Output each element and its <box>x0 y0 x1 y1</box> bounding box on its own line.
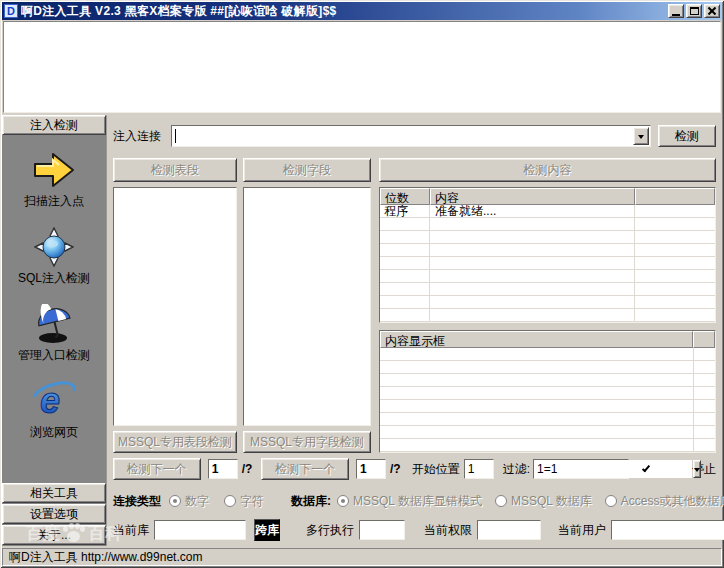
column-header-digits[interactable]: 位数 <box>380 188 430 205</box>
filter-input[interactable] <box>534 460 692 478</box>
empty-row <box>380 270 715 283</box>
empty-row <box>380 374 715 387</box>
radio-icon <box>169 495 181 507</box>
radio-icon <box>495 495 507 507</box>
radio-icon <box>224 495 236 507</box>
statusbar-text: 啊D注入工具 http://www.d99net.com <box>9 549 202 566</box>
scan-output-panel[interactable] <box>3 21 721 113</box>
empty-row <box>380 426 715 439</box>
close-button[interactable] <box>704 4 720 18</box>
field-index-input[interactable] <box>356 459 386 479</box>
empty-row <box>380 244 715 257</box>
start-position-label: 开始位置 <box>412 461 460 478</box>
empty-row <box>380 361 715 374</box>
current-permission-input[interactable] <box>477 520 541 540</box>
detect-content-button[interactable]: 检测内容 <box>379 158 716 182</box>
empty-row <box>380 348 715 361</box>
minimize-button[interactable] <box>668 4 684 18</box>
cross-db-button[interactable]: 跨库 <box>254 519 280 541</box>
list-header: 位数 内容 <box>380 188 715 205</box>
tab-related-tools[interactable]: 相关工具 <box>2 483 106 503</box>
combo-dropdown-button[interactable] <box>633 127 649 145</box>
detect-button[interactable]: 检测 <box>658 125 716 147</box>
injection-url-input[interactable] <box>172 127 632 145</box>
injection-url-combo <box>171 125 651 147</box>
app-icon: D <box>4 4 18 18</box>
empty-row <box>380 231 715 244</box>
empty-row <box>380 257 715 270</box>
detect-next-field-button[interactable]: 检测下一个 <box>261 458 349 480</box>
tables-listbox[interactable] <box>113 187 237 426</box>
sidebar-item-admin-entrance[interactable]: 管理入口检测 <box>18 304 90 364</box>
radio-icon <box>337 495 349 507</box>
mssql-fields-button[interactable]: MSSQL专用字段检测 <box>243 431 371 453</box>
radio-char[interactable]: 字符 <box>224 493 264 510</box>
current-user-label: 当前用户 <box>558 522 606 539</box>
detect-fields-button[interactable]: 检测字段 <box>243 158 371 182</box>
chevron-down-icon <box>638 135 644 142</box>
empty-row <box>380 218 715 231</box>
maximize-button[interactable] <box>686 4 702 18</box>
current-db-input[interactable] <box>154 520 246 540</box>
current-permission-label: 当前权限 <box>424 522 472 539</box>
mssql-tables-button[interactable]: MSSQL专用表段检测 <box>113 431 237 453</box>
radio-mssql-error-mode[interactable]: MSSQL 数据库显错模式 <box>337 493 482 510</box>
row-cell-digits: 程序 <box>380 205 430 217</box>
minimize-icon <box>672 14 680 16</box>
empty-row <box>380 296 715 309</box>
column-header-blank[interactable] <box>635 188 715 205</box>
filter-dropdown-button[interactable] <box>693 460 701 478</box>
column-header-blank[interactable] <box>693 331 715 348</box>
empty-row <box>380 283 715 296</box>
tab-about[interactable]: 关于... <box>2 525 106 545</box>
close-icon <box>707 6 717 16</box>
tab-settings[interactable]: 设置选项 <box>2 504 106 524</box>
sidebar-item-sql-injection[interactable]: SQL注入检测 <box>18 227 90 287</box>
database-label: 数据库: <box>291 493 331 510</box>
tab-injection-detect[interactable]: 注入检测 <box>2 115 106 135</box>
empty-row <box>380 439 715 452</box>
umbrella-icon <box>31 304 77 344</box>
column-header-display-box[interactable]: 内容显示框 <box>380 331 693 348</box>
window-title: 啊D注入工具 V2.3 黑客X档案专版 ##[訫咴谊唅 破解版]$$ <box>21 3 668 20</box>
sidebar-item-label: 管理入口检测 <box>18 347 90 364</box>
list-row[interactable]: 程序 准备就绪.... <box>380 205 715 218</box>
sidebar-item-scan-injection[interactable]: 扫描注入点 <box>24 150 84 210</box>
content-display-list[interactable]: 内容显示框 <box>379 330 716 453</box>
arrow-right-icon <box>31 150 77 190</box>
radio-mssql[interactable]: MSSQL 数据库 <box>495 493 592 510</box>
table-total-label: /? <box>242 462 253 476</box>
fields-listbox[interactable] <box>243 187 371 426</box>
statusbar: 啊D注入工具 http://www.d99net.com <box>2 548 722 566</box>
detect-tables-button[interactable]: 检测表段 <box>113 158 237 182</box>
filter-label: 过滤: <box>503 461 530 478</box>
titlebar: D 啊D注入工具 V2.3 黑客X档案专版 ##[訫咴谊唅 破解版]$$ <box>2 2 722 20</box>
empty-row <box>380 387 715 400</box>
injection-link-label: 注入连接 <box>113 128 171 145</box>
empty-row <box>380 309 715 322</box>
radio-access-other[interactable]: Access或其他数据库 <box>605 493 724 510</box>
sidebar-items: 扫描注入点 <box>2 136 106 483</box>
chevron-down-icon <box>694 468 700 475</box>
sidebar: 注入检测 扫描注入点 <box>2 115 106 546</box>
globe-compass-icon <box>31 227 77 267</box>
current-user-input[interactable] <box>611 520 724 540</box>
sidebar-item-browse-web[interactable]: e 浏览网页 <box>30 381 78 441</box>
start-position-input[interactable] <box>464 459 494 479</box>
field-total-label: /? <box>390 462 401 476</box>
column-header-content[interactable]: 内容 <box>430 188 635 205</box>
radio-icon <box>605 495 617 507</box>
multi-exec-input[interactable] <box>359 520 405 540</box>
list-header: 内容显示框 <box>380 331 715 348</box>
filter-combo <box>533 459 629 479</box>
sidebar-item-label: 扫描注入点 <box>24 193 84 210</box>
ie-icon: e <box>31 381 77 421</box>
table-index-input[interactable] <box>208 459 238 479</box>
detect-next-table-button[interactable]: 检测下一个 <box>113 458 201 480</box>
text-caret <box>175 129 176 143</box>
maximize-icon <box>690 7 699 15</box>
radio-numeric[interactable]: 数字 <box>169 493 209 510</box>
detect-content-list[interactable]: 位数 内容 程序 准备就绪.... <box>379 187 716 323</box>
empty-row <box>380 413 715 426</box>
sidebar-item-label: SQL注入检测 <box>18 270 90 287</box>
